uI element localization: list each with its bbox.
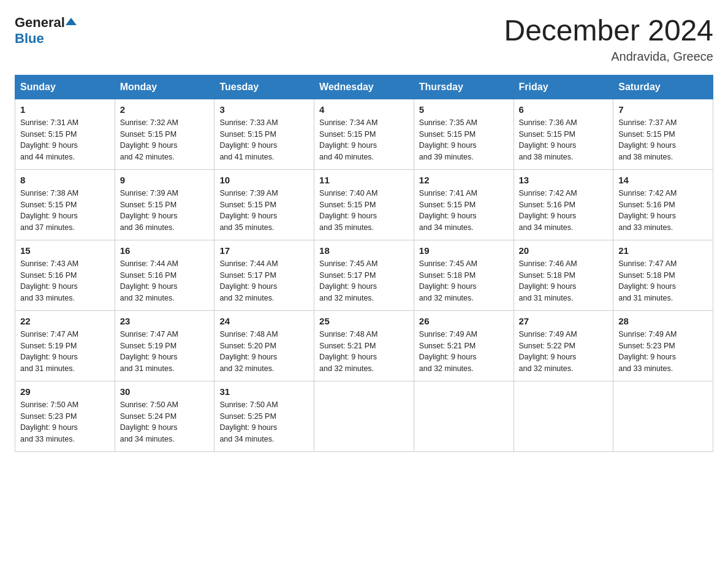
calendar-header-row: SundayMondayTuesdayWednesdayThursdayFrid… xyxy=(15,75,713,99)
day-number: 29 xyxy=(20,386,110,397)
calendar-cell: 3 Sunrise: 7:33 AM Sunset: 5:15 PM Dayli… xyxy=(214,99,314,169)
day-info: Sunrise: 7:31 AM Sunset: 5:15 PM Dayligh… xyxy=(20,117,110,163)
day-info: Sunrise: 7:49 AM Sunset: 5:21 PM Dayligh… xyxy=(419,329,509,375)
calendar-cell: 23 Sunrise: 7:47 AM Sunset: 5:19 PM Dayl… xyxy=(115,310,214,381)
calendar-header-tuesday: Tuesday xyxy=(214,75,314,99)
calendar-cell: 20 Sunrise: 7:46 AM Sunset: 5:18 PM Dayl… xyxy=(514,240,613,310)
day-info: Sunrise: 7:40 AM Sunset: 5:15 PM Dayligh… xyxy=(319,188,409,234)
logo-general-text: General xyxy=(15,15,65,31)
calendar-header-thursday: Thursday xyxy=(414,75,514,99)
calendar-cell: 14 Sunrise: 7:42 AM Sunset: 5:16 PM Dayl… xyxy=(613,169,713,240)
calendar-cell: 1 Sunrise: 7:31 AM Sunset: 5:15 PM Dayli… xyxy=(15,99,115,169)
calendar-cell: 11 Sunrise: 7:40 AM Sunset: 5:15 PM Dayl… xyxy=(314,169,414,240)
calendar-week-row: 29 Sunrise: 7:50 AM Sunset: 5:23 PM Dayl… xyxy=(15,381,713,451)
day-number: 5 xyxy=(419,104,509,115)
calendar-cell: 22 Sunrise: 7:47 AM Sunset: 5:19 PM Dayl… xyxy=(15,310,115,381)
calendar-cell: 25 Sunrise: 7:48 AM Sunset: 5:21 PM Dayl… xyxy=(314,310,414,381)
day-info: Sunrise: 7:39 AM Sunset: 5:15 PM Dayligh… xyxy=(219,188,309,234)
day-info: Sunrise: 7:50 AM Sunset: 5:23 PM Dayligh… xyxy=(20,399,110,445)
calendar-table: SundayMondayTuesdayWednesdayThursdayFrid… xyxy=(15,75,713,452)
calendar-cell xyxy=(314,381,414,451)
day-info: Sunrise: 7:43 AM Sunset: 5:16 PM Dayligh… xyxy=(20,258,110,304)
day-number: 26 xyxy=(419,316,509,326)
day-number: 2 xyxy=(120,104,210,115)
calendar-cell: 28 Sunrise: 7:49 AM Sunset: 5:23 PM Dayl… xyxy=(613,310,713,381)
calendar-cell: 18 Sunrise: 7:45 AM Sunset: 5:17 PM Dayl… xyxy=(314,240,414,310)
calendar-cell: 17 Sunrise: 7:44 AM Sunset: 5:17 PM Dayl… xyxy=(214,240,314,310)
day-number: 4 xyxy=(319,104,409,115)
day-info: Sunrise: 7:47 AM Sunset: 5:18 PM Dayligh… xyxy=(618,258,708,304)
day-info: Sunrise: 7:47 AM Sunset: 5:19 PM Dayligh… xyxy=(120,329,210,375)
page-header: General Blue December 2024 Andravida, Gr… xyxy=(15,15,713,64)
calendar-cell: 24 Sunrise: 7:48 AM Sunset: 5:20 PM Dayl… xyxy=(214,310,314,381)
day-info: Sunrise: 7:45 AM Sunset: 5:18 PM Dayligh… xyxy=(419,258,509,304)
day-info: Sunrise: 7:42 AM Sunset: 5:16 PM Dayligh… xyxy=(618,188,708,234)
day-number: 16 xyxy=(120,245,210,256)
day-number: 7 xyxy=(618,104,708,115)
calendar-cell: 30 Sunrise: 7:50 AM Sunset: 5:24 PM Dayl… xyxy=(115,381,214,451)
day-number: 12 xyxy=(419,175,509,185)
day-info: Sunrise: 7:33 AM Sunset: 5:15 PM Dayligh… xyxy=(219,117,309,163)
location-subtitle: Andravida, Greece xyxy=(504,50,713,64)
calendar-cell xyxy=(414,381,514,451)
calendar-cell: 4 Sunrise: 7:34 AM Sunset: 5:15 PM Dayli… xyxy=(314,99,414,169)
day-info: Sunrise: 7:38 AM Sunset: 5:15 PM Dayligh… xyxy=(20,188,110,234)
day-number: 9 xyxy=(120,175,210,185)
day-info: Sunrise: 7:47 AM Sunset: 5:19 PM Dayligh… xyxy=(20,329,110,375)
calendar-cell: 27 Sunrise: 7:49 AM Sunset: 5:22 PM Dayl… xyxy=(514,310,613,381)
calendar-cell: 21 Sunrise: 7:47 AM Sunset: 5:18 PM Dayl… xyxy=(613,240,713,310)
calendar-week-row: 8 Sunrise: 7:38 AM Sunset: 5:15 PM Dayli… xyxy=(15,169,713,240)
calendar-cell: 2 Sunrise: 7:32 AM Sunset: 5:15 PM Dayli… xyxy=(115,99,214,169)
day-number: 8 xyxy=(20,175,110,185)
logo-blue-text: Blue xyxy=(15,31,44,46)
day-info: Sunrise: 7:49 AM Sunset: 5:22 PM Dayligh… xyxy=(519,329,609,375)
day-number: 30 xyxy=(120,386,210,397)
day-info: Sunrise: 7:49 AM Sunset: 5:23 PM Dayligh… xyxy=(618,329,708,375)
calendar-cell: 10 Sunrise: 7:39 AM Sunset: 5:15 PM Dayl… xyxy=(214,169,314,240)
day-number: 10 xyxy=(219,175,309,185)
calendar-cell: 29 Sunrise: 7:50 AM Sunset: 5:23 PM Dayl… xyxy=(15,381,115,451)
day-number: 3 xyxy=(219,104,309,115)
calendar-header-saturday: Saturday xyxy=(613,75,713,99)
calendar-cell: 8 Sunrise: 7:38 AM Sunset: 5:15 PM Dayli… xyxy=(15,169,115,240)
calendar-cell xyxy=(613,381,713,451)
calendar-header-sunday: Sunday xyxy=(15,75,115,99)
calendar-week-row: 15 Sunrise: 7:43 AM Sunset: 5:16 PM Dayl… xyxy=(15,240,713,310)
calendar-header-monday: Monday xyxy=(115,75,214,99)
day-info: Sunrise: 7:48 AM Sunset: 5:20 PM Dayligh… xyxy=(219,329,309,375)
day-info: Sunrise: 7:45 AM Sunset: 5:17 PM Dayligh… xyxy=(319,258,409,304)
calendar-cell: 26 Sunrise: 7:49 AM Sunset: 5:21 PM Dayl… xyxy=(414,310,514,381)
day-info: Sunrise: 7:42 AM Sunset: 5:16 PM Dayligh… xyxy=(519,188,609,234)
day-info: Sunrise: 7:44 AM Sunset: 5:16 PM Dayligh… xyxy=(120,258,210,304)
calendar-cell: 7 Sunrise: 7:37 AM Sunset: 5:15 PM Dayli… xyxy=(613,99,713,169)
day-number: 23 xyxy=(120,316,210,326)
calendar-cell xyxy=(514,381,613,451)
day-number: 18 xyxy=(319,245,409,256)
day-number: 20 xyxy=(519,245,609,256)
day-info: Sunrise: 7:34 AM Sunset: 5:15 PM Dayligh… xyxy=(319,117,409,163)
day-info: Sunrise: 7:48 AM Sunset: 5:21 PM Dayligh… xyxy=(319,329,409,375)
calendar-header-friday: Friday xyxy=(514,75,613,99)
day-number: 19 xyxy=(419,245,509,256)
calendar-cell: 31 Sunrise: 7:50 AM Sunset: 5:25 PM Dayl… xyxy=(214,381,314,451)
calendar-cell: 15 Sunrise: 7:43 AM Sunset: 5:16 PM Dayl… xyxy=(15,240,115,310)
day-number: 15 xyxy=(20,245,110,256)
calendar-cell: 13 Sunrise: 7:42 AM Sunset: 5:16 PM Dayl… xyxy=(514,169,613,240)
day-number: 13 xyxy=(519,175,609,185)
day-number: 6 xyxy=(519,104,609,115)
day-number: 27 xyxy=(519,316,609,326)
day-number: 14 xyxy=(618,175,708,185)
calendar-cell: 19 Sunrise: 7:45 AM Sunset: 5:18 PM Dayl… xyxy=(414,240,514,310)
calendar-cell: 5 Sunrise: 7:35 AM Sunset: 5:15 PM Dayli… xyxy=(414,99,514,169)
day-number: 21 xyxy=(618,245,708,256)
day-number: 28 xyxy=(618,316,708,326)
day-number: 31 xyxy=(219,386,309,397)
day-number: 11 xyxy=(319,175,409,185)
svg-marker-0 xyxy=(66,18,77,25)
day-number: 1 xyxy=(20,104,110,115)
day-info: Sunrise: 7:36 AM Sunset: 5:15 PM Dayligh… xyxy=(519,117,609,163)
calendar-cell: 12 Sunrise: 7:41 AM Sunset: 5:15 PM Dayl… xyxy=(414,169,514,240)
day-info: Sunrise: 7:32 AM Sunset: 5:15 PM Dayligh… xyxy=(120,117,210,163)
calendar-header-wednesday: Wednesday xyxy=(314,75,414,99)
logo: General Blue xyxy=(15,15,77,47)
